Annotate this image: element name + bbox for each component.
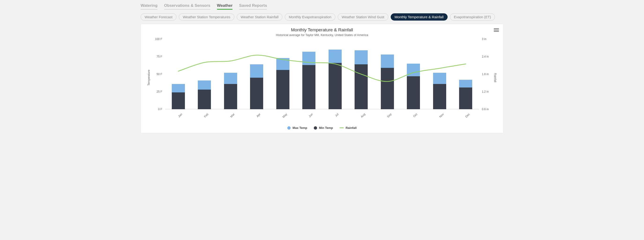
y-left-tick: 0 F bbox=[144, 108, 164, 111]
y-right-tick: 1.8 in bbox=[480, 73, 500, 76]
chart-card: Monthly Temperature & Rainfall Historica… bbox=[140, 24, 504, 133]
y-right-tick: 2.4 in bbox=[480, 55, 500, 58]
chart-area: Temperature Rainfall 0 F25 F50 F75 F100 … bbox=[144, 39, 500, 116]
chart-title: Monthly Temperature & Rainfall bbox=[144, 27, 500, 32]
chip-station-rain[interactable]: Weather Station Rainfall bbox=[237, 13, 282, 21]
x-tick-label: Nov bbox=[438, 113, 444, 118]
bar-min-temp[interactable] bbox=[302, 65, 316, 109]
bar-max-temp[interactable] bbox=[224, 73, 237, 84]
legend-label-rain: Rainfall bbox=[346, 126, 357, 129]
bar-min-temp[interactable] bbox=[198, 90, 211, 109]
x-tick-label: Jan bbox=[178, 113, 183, 118]
bar-min-temp[interactable] bbox=[250, 78, 263, 109]
bar-min-temp[interactable] bbox=[354, 64, 368, 109]
bar-min-temp[interactable] bbox=[172, 92, 185, 109]
legend-swatch-max bbox=[287, 126, 290, 129]
x-tick-label: Sep bbox=[386, 113, 392, 118]
y-left-tick: 50 F bbox=[144, 73, 164, 76]
chip-station-temps[interactable]: Weather Station Temperatures bbox=[179, 13, 234, 21]
x-tick-label: Mar bbox=[230, 113, 235, 118]
y-right-tick: 3 in bbox=[480, 37, 500, 41]
y-left-tick: 25 F bbox=[144, 90, 164, 93]
chart-column[interactable]: Jan bbox=[165, 39, 192, 109]
legend-label-min: Min Temp bbox=[319, 126, 333, 129]
chip-forecast[interactable]: Weather Forecast bbox=[140, 13, 176, 21]
x-tick-label: Feb bbox=[204, 113, 209, 118]
legend-min-temp[interactable]: Min Temp bbox=[314, 126, 333, 129]
legend-label-max: Max Temp bbox=[292, 126, 307, 129]
filter-chip-row: Weather ForecastWeather Station Temperat… bbox=[139, 11, 505, 24]
bar-max-temp[interactable] bbox=[433, 73, 446, 84]
chart-column[interactable]: Mar bbox=[218, 39, 244, 109]
tab-strip: WateringObservations & SensorsWeatherSav… bbox=[139, 0, 505, 11]
chart-plot[interactable]: JanFebMarAprMayJunJulAugSepOctNovDec bbox=[165, 39, 479, 109]
bar-max-temp[interactable] bbox=[302, 52, 316, 65]
y-left-tick: 100 F bbox=[144, 37, 164, 41]
x-tick-label: Jun bbox=[308, 113, 314, 118]
chart-subtitle: Historical average for Taylor Mill, Kent… bbox=[144, 33, 500, 37]
x-tick-label: Oct bbox=[412, 113, 418, 118]
y-left-tick: 75 F bbox=[144, 55, 164, 58]
bar-min-temp[interactable] bbox=[276, 70, 290, 109]
chart-column[interactable]: Dec bbox=[453, 39, 479, 109]
bar-max-temp[interactable] bbox=[250, 64, 263, 78]
y-right-tick: 1.2 in bbox=[480, 90, 500, 93]
tab-reports[interactable]: Saved Reports bbox=[239, 2, 267, 9]
bar-max-temp[interactable] bbox=[328, 50, 342, 63]
bar-min-temp[interactable] bbox=[381, 68, 394, 109]
bar-max-temp[interactable] bbox=[276, 58, 290, 70]
x-tick-label: Aug bbox=[360, 113, 366, 118]
tab-watering[interactable]: Watering bbox=[140, 2, 158, 9]
chart-menu-button[interactable] bbox=[494, 27, 499, 32]
x-tick-label: Apr bbox=[256, 113, 261, 118]
chip-monthly-et[interactable]: Monthly Evapotranspiration bbox=[285, 13, 335, 21]
bar-max-temp[interactable] bbox=[172, 84, 185, 92]
chart-column[interactable]: Jun bbox=[296, 39, 322, 109]
tab-weather[interactable]: Weather bbox=[217, 2, 233, 9]
x-tick-label: May bbox=[282, 113, 288, 119]
y-right-tick: 0.6 in bbox=[480, 108, 500, 111]
legend-swatch-min bbox=[314, 126, 317, 129]
tab-observations[interactable]: Observations & Sensors bbox=[164, 2, 210, 9]
legend-rainfall[interactable]: Rainfall bbox=[340, 126, 357, 129]
bar-max-temp[interactable] bbox=[459, 80, 472, 88]
bar-min-temp[interactable] bbox=[224, 84, 237, 109]
bar-min-temp[interactable] bbox=[328, 63, 342, 109]
bar-max-temp[interactable] bbox=[381, 54, 394, 68]
x-tick-label: Dec bbox=[465, 113, 470, 118]
chip-monthly-temp-rain[interactable]: Monthly Temperature & Rainfall bbox=[391, 13, 448, 21]
chart-column[interactable]: Sep bbox=[374, 39, 400, 109]
bar-min-temp[interactable] bbox=[407, 76, 420, 109]
chart-legend: Max Temp Min Temp Rainfall bbox=[144, 126, 500, 129]
chart-column[interactable]: Apr bbox=[244, 39, 270, 109]
bar-min-temp[interactable] bbox=[433, 84, 446, 109]
chart-column[interactable]: Nov bbox=[426, 39, 453, 109]
bar-max-temp[interactable] bbox=[198, 81, 211, 90]
y-ticks-right: 0.6 in1.2 in1.8 in2.4 in3 in bbox=[480, 39, 500, 109]
chip-wind-gust[interactable]: Weather Station Wind Gust bbox=[338, 13, 388, 21]
legend-swatch-rain bbox=[340, 127, 344, 128]
chart-column[interactable]: Feb bbox=[192, 39, 218, 109]
chart-column[interactable]: Oct bbox=[400, 39, 427, 109]
legend-max-temp[interactable]: Max Temp bbox=[287, 126, 307, 129]
bar-min-temp[interactable] bbox=[459, 88, 472, 109]
bar-max-temp[interactable] bbox=[407, 64, 420, 76]
bar-max-temp[interactable] bbox=[354, 50, 368, 64]
chip-et[interactable]: Evapotranspiration (ET) bbox=[450, 13, 495, 21]
chart-column[interactable]: May bbox=[270, 39, 296, 109]
y-ticks-left: 0 F25 F50 F75 F100 F bbox=[144, 39, 164, 109]
x-tick-label: Jul bbox=[334, 113, 339, 118]
chart-column[interactable]: Jul bbox=[322, 39, 348, 109]
chart-column[interactable]: Aug bbox=[348, 39, 374, 109]
